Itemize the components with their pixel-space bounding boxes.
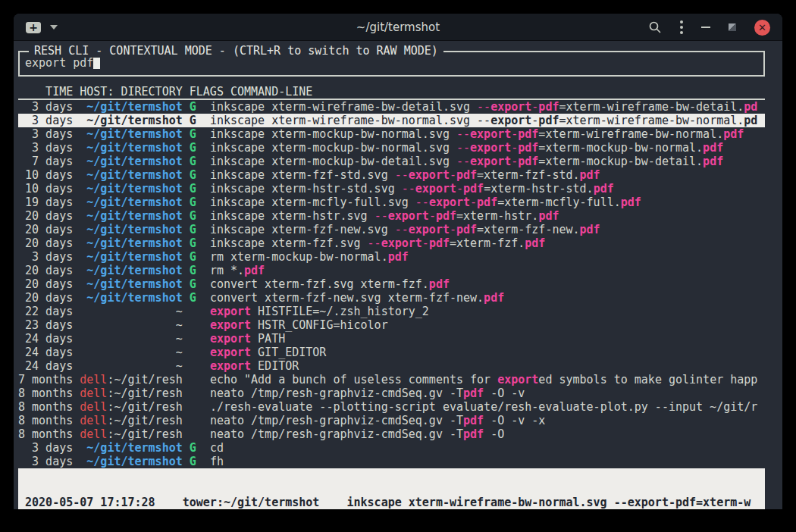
history-row[interactable]: 8 months dell:~/git/resh neato /tmp/resh… xyxy=(18,386,765,400)
row-command-segment: pdf xyxy=(723,127,744,141)
row-time: 22 days xyxy=(18,305,73,318)
row-directory: ~/git/termshot xyxy=(86,114,182,127)
row-spacer xyxy=(183,332,190,346)
history-row-selected[interactable]: 3 days ~/git/termshot G inkscape xterm-w… xyxy=(18,114,765,127)
row-spacer xyxy=(183,168,190,182)
row-spacer xyxy=(196,223,210,236)
row-command-segment: =xterm-wireframe-bw-normal. xyxy=(559,114,744,127)
row-command-segment: -- xyxy=(456,141,470,155)
row-flags: G xyxy=(190,264,196,277)
row-command-segment: inkscape xterm-mockup-bw-detail.svg xyxy=(210,155,456,168)
row-directory: ~/git/termshot xyxy=(86,455,182,468)
row-spacer xyxy=(196,264,210,277)
row-time: 23 days xyxy=(18,318,73,332)
row-directory: ~/git/termshot xyxy=(86,291,182,305)
row-time: 8 months xyxy=(18,400,73,414)
row-time: 8 months xyxy=(18,427,73,441)
row-command-segment: pdf xyxy=(538,100,559,114)
row-spacer xyxy=(196,114,210,127)
history-row[interactable]: 20 days ~/git/termshot G convert xterm-f… xyxy=(18,277,765,291)
history-row[interactable]: 3 days ~/git/termshot G inkscape xterm-m… xyxy=(18,127,765,141)
history-row[interactable]: 24 days ~ export EDITOR xyxy=(18,359,765,373)
row-time: 3 days xyxy=(18,114,73,127)
history-row[interactable]: 24 days ~ export GIT_EDITOR xyxy=(18,346,765,359)
row-flags: G xyxy=(190,277,196,291)
row-spacer xyxy=(73,359,175,373)
row-spacer xyxy=(183,114,190,127)
row-time: 3 days xyxy=(18,455,73,468)
row-spacer xyxy=(183,209,190,223)
row-spacer xyxy=(183,196,190,209)
history-row[interactable]: 22 days ~ export HISTFILE=~/.zsh_history… xyxy=(18,305,765,318)
row-command-segment: inkscape xterm-fzf.svg xyxy=(210,236,368,250)
row-command-segment: - xyxy=(429,209,436,223)
row-spacer xyxy=(183,223,190,236)
row-time: 20 days xyxy=(18,236,73,250)
row-flags xyxy=(190,427,196,441)
history-row[interactable]: 10 days ~/git/termshot G inkscape xterm-… xyxy=(18,168,765,182)
history-rows: 3 days ~/git/termshot G inkscape xterm-w… xyxy=(18,100,765,468)
history-row[interactable]: 3 days ~/git/termshot G inkscape xterm-w… xyxy=(18,100,765,114)
history-row[interactable]: 23 days ~ export HSTR_CONFIG=hicolor xyxy=(18,318,765,332)
history-row[interactable]: 7 days ~/git/termshot G inkscape xterm-m… xyxy=(18,155,765,168)
row-command-segment: inkscape xterm-mockup-bw-normal.svg xyxy=(210,141,456,155)
search-input[interactable]: export pdf xyxy=(25,56,758,70)
row-spacer xyxy=(196,346,210,359)
history-row[interactable]: 20 days ~/git/termshot G inkscape xterm-… xyxy=(18,223,765,236)
row-command-segment: PATH xyxy=(251,332,285,346)
row-host: dell xyxy=(80,400,107,414)
row-time: 8 months xyxy=(18,386,73,400)
history-row[interactable]: 8 months dell:~/git/resh neato /tmp/resh… xyxy=(18,414,765,427)
history-row[interactable]: 20 days ~/git/termshot G rm *.pdf xyxy=(18,264,765,277)
row-directory: ~ xyxy=(176,318,183,332)
row-spacer xyxy=(73,346,175,359)
row-command-segment: -- xyxy=(415,196,429,209)
row-command-segment: =xterm-wireframe-bw-normal. xyxy=(538,127,723,141)
history-row[interactable]: 20 days ~/git/termshot G inkscape xterm-… xyxy=(18,236,765,250)
row-time: 20 days xyxy=(18,291,73,305)
row-time: 7 months xyxy=(18,373,73,386)
row-command-segment: HISTFILE=~/.zsh_history_2 xyxy=(251,305,429,318)
history-row[interactable]: 8 months dell:~/git/resh neato /tmp/resh… xyxy=(18,427,765,441)
history-row[interactable]: 10 days ~/git/termshot G inkscape xterm-… xyxy=(18,182,765,196)
row-directory: ~/git/termshot xyxy=(86,441,182,455)
row-spacer xyxy=(73,196,86,209)
history-row[interactable]: 3 days ~/git/termshot G cd xyxy=(18,441,765,455)
minimize-icon[interactable] xyxy=(701,18,710,36)
row-command-segment: inkscape xterm-wireframe-bw-detail.svg xyxy=(210,100,477,114)
row-command-segment: inkscape xterm-hstr.svg xyxy=(210,209,374,223)
history-row[interactable]: 20 days ~/git/termshot G inkscape xterm-… xyxy=(18,209,765,223)
row-directory: ~/git/termshot xyxy=(86,277,182,291)
row-command-segment: pdf xyxy=(594,182,614,196)
history-row[interactable]: 24 days ~ export PATH xyxy=(18,332,765,346)
history-row[interactable]: 20 days ~/git/termshot G convert xterm-f… xyxy=(18,291,765,305)
row-spacer xyxy=(183,100,190,114)
restore-icon[interactable] xyxy=(729,18,736,36)
row-directory: ~/git/termshot xyxy=(86,250,182,264)
row-host: dell xyxy=(80,373,107,386)
row-flags xyxy=(190,332,196,346)
row-spacer xyxy=(183,441,190,455)
history-row[interactable]: 3 days ~/git/termshot G rm xterm-mockup-… xyxy=(18,250,765,264)
history-row[interactable]: 19 days ~/git/termshot G inkscape xterm-… xyxy=(18,196,765,209)
history-row[interactable]: 7 months dell:~/git/resh echo "Add a bun… xyxy=(18,373,765,386)
kebab-menu-icon[interactable] xyxy=(680,18,683,36)
row-directory: :~/git/resh xyxy=(107,373,182,386)
history-row[interactable]: 3 days ~/git/termshot G fh xyxy=(18,455,765,468)
row-directory: ~/git/termshot xyxy=(86,127,182,141)
history-row[interactable]: 3 days ~/git/termshot G inkscape xterm-m… xyxy=(18,141,765,155)
search-icon[interactable] xyxy=(648,18,662,36)
row-spacer xyxy=(196,332,210,346)
row-command-segment: export xyxy=(210,305,251,318)
row-flags xyxy=(190,414,196,427)
row-time: 24 days xyxy=(18,346,73,359)
row-command-segment: -- xyxy=(368,236,381,250)
row-command-segment: rm xterm-mockup-bw-normal. xyxy=(210,250,388,264)
close-icon[interactable]: ✕ xyxy=(754,20,770,36)
row-host: dell xyxy=(80,414,107,427)
row-flags: G xyxy=(190,141,196,155)
row-command-segment: =xterm-mockup-bw-detail. xyxy=(538,155,703,168)
row-flags: G xyxy=(190,441,196,455)
row-directory: ~ xyxy=(176,346,183,359)
history-row[interactable]: 8 months dell:~/git/resh ./resh-evaluate… xyxy=(18,400,765,414)
